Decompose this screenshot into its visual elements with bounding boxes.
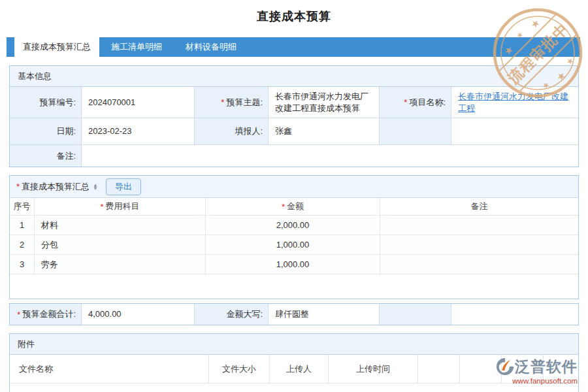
row2-amount: 1,000.00 <box>206 235 380 255</box>
row3-remark <box>380 255 578 274</box>
total-bar: *预算金额合计: 4,000.00 金额大写: 肆仟圆整 <box>9 303 579 325</box>
subject-value: 长春市伊通河水力发电厂改建工程直接成本预算 <box>269 87 380 118</box>
row3-no: 3 <box>10 255 35 274</box>
empty-label-cell <box>380 118 451 145</box>
total-amount-label: *预算金额合计: <box>10 304 82 325</box>
page-title: 直接成本预算 <box>0 8 588 24</box>
required-icon: * <box>221 97 224 107</box>
row2-subject: 分包 <box>35 235 206 255</box>
required-icon: * <box>282 202 285 212</box>
summary-panel: * 直接成本预算汇总 ▲ ▼ 导出 序号 *费用科目 *金额 备注 1 材料 2… <box>9 175 579 299</box>
tab-direct-cost-summary[interactable]: 直接成本预算汇总 <box>14 37 99 57</box>
attach-col-uploadtime: 上传时间 <box>329 355 418 384</box>
required-icon: * <box>17 310 20 319</box>
fanpu-logo-icon <box>495 357 515 376</box>
sort-icon[interactable]: ▲ ▼ <box>93 184 98 190</box>
empty-label-cell <box>380 304 451 325</box>
export-button[interactable]: 导出 <box>106 178 141 195</box>
amount-words-value: 肆仟圆整 <box>269 304 380 325</box>
reporter-value: 张鑫 <box>269 118 380 145</box>
summary-title: 直接成本预算汇总 <box>22 181 90 193</box>
required-icon: * <box>16 182 20 191</box>
row1-no: 1 <box>10 216 35 235</box>
basic-info-row-2: 日期: 2023-02-23 填报人: 张鑫 <box>10 118 578 145</box>
remark-label: 备注: <box>10 145 82 167</box>
tab-bar: 直接成本预算汇总 施工清单明细 材料设备明细 <box>7 37 580 57</box>
brand-name: 泛普软件 <box>515 359 578 374</box>
row1-remark <box>380 216 578 235</box>
basic-info-panel: 基本信息 预算编号: 2024070001 *预算主题: 长春市伊通河水力发电厂… <box>9 65 579 167</box>
basic-info-row-1: 预算编号: 2024070001 *预算主题: 长春市伊通河水力发电厂改建工程直… <box>10 87 578 118</box>
basic-info-row-3: 备注: <box>10 145 578 167</box>
attachments-header: 附件 <box>10 334 578 355</box>
attach-col-filename: 文件名称 <box>10 355 209 384</box>
attach-col-filesize: 文件大小 <box>209 355 270 384</box>
amount-words-label: 金额大写: <box>195 304 269 325</box>
page: 直接成本预算 直接成本预算汇总 施工清单明细 材料设备明细 基本信息 预算编号:… <box>0 0 588 392</box>
attachments-panel: 附件 文件名称 文件大小 上传人 上传时间 <box>9 333 579 392</box>
attach-col-uploader: 上传人 <box>270 355 329 384</box>
col-header-amount: *金额 <box>206 198 380 216</box>
project-link[interactable]: 长春市伊通河水力发电厂改建工程 <box>458 91 574 114</box>
empty-value-cell <box>451 304 578 325</box>
summary-table: 序号 *费用科目 *金额 备注 1 材料 2,000.00 2 分包 1,000… <box>10 198 578 274</box>
required-icon: * <box>100 202 103 212</box>
attachments-table: 文件名称 文件大小 上传人 上传时间 <box>10 355 578 384</box>
empty-value-cell <box>451 118 578 145</box>
row2-remark <box>380 235 578 255</box>
row2-no: 2 <box>10 235 35 255</box>
summary-header: * 直接成本预算汇总 ▲ ▼ 导出 <box>10 176 578 198</box>
row1-amount: 2,000.00 <box>206 216 380 235</box>
total-amount-value: 4,000.00 <box>82 304 195 325</box>
basic-info-header: 基本信息 <box>10 66 578 87</box>
tab-material-equipment-detail[interactable]: 材料设备明细 <box>174 37 248 57</box>
budget-no-value: 2024070001 <box>82 87 195 118</box>
remark-value <box>82 145 578 167</box>
budget-no-label: 预算编号: <box>10 87 82 118</box>
attach-col-empty-1 <box>418 355 460 384</box>
col-header-remark: 备注 <box>380 198 578 216</box>
brand-website: www.fanpusoft.com <box>495 377 578 385</box>
row1-subject: 材料 <box>35 216 206 235</box>
row3-amount: 1,000.00 <box>206 255 380 274</box>
col-header-no: 序号 <box>10 198 35 216</box>
reporter-label: 填报人: <box>195 118 269 145</box>
subject-label: *预算主题: <box>195 87 269 118</box>
date-label: 日期: <box>10 118 82 145</box>
tab-construction-list-detail[interactable]: 施工清单明细 <box>99 37 174 57</box>
row3-subject: 劳务 <box>35 255 206 274</box>
col-header-subject: *费用科目 <box>35 198 206 216</box>
brand-logo: 泛普软件 www.fanpusoft.com <box>495 357 578 385</box>
required-icon: * <box>404 97 407 107</box>
project-value: 长春市伊通河水力发电厂改建工程 <box>451 87 578 118</box>
project-label: *项目名称: <box>380 87 451 118</box>
date-value: 2023-02-23 <box>82 118 195 145</box>
